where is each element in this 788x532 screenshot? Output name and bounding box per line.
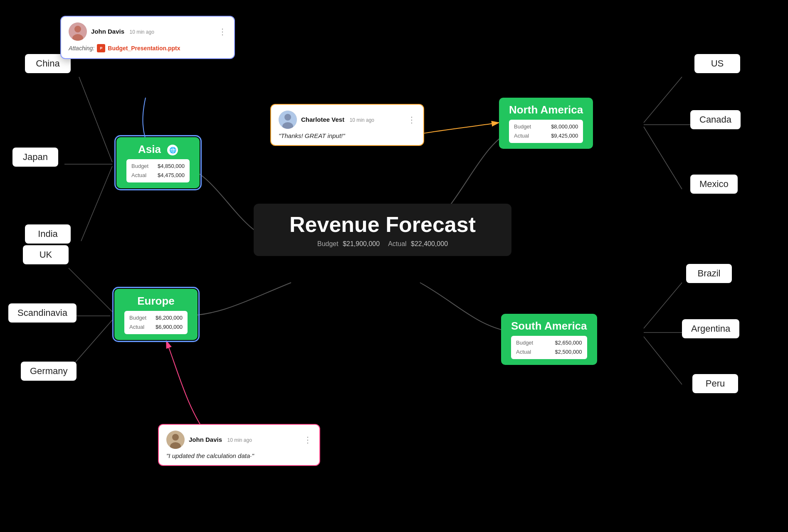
na-actual-label: Actual	[514, 131, 529, 140]
leaf-peru[interactable]: Peru	[692, 374, 738, 393]
charlotee-avatar	[279, 111, 297, 129]
svg-line-2	[81, 166, 112, 241]
leaf-india[interactable]: India	[25, 224, 71, 244]
north-america-name: North America	[509, 103, 583, 116]
eu-actual-value: $6,900,000	[156, 323, 183, 332]
charlotee-header: Charlotee Vest 10 min ago ⋮	[279, 111, 416, 129]
charlotee-menu[interactable]: ⋮	[408, 115, 416, 125]
asia-actual-label: Actual	[131, 171, 146, 180]
sa-actual-label: Actual	[516, 347, 531, 357]
leaf-us[interactable]: US	[694, 54, 740, 73]
eu-budget-label: Budget	[129, 313, 146, 323]
sa-budget-label: Budget	[516, 338, 533, 347]
north-america-node[interactable]: North America Budget $8,000,000 Actual $…	[499, 98, 593, 149]
john-top-attaching: Attaching: P Budget_Presentation.pptx	[69, 44, 227, 52]
svg-line-0	[79, 77, 112, 162]
center-title: Revenue Forecast	[274, 212, 491, 237]
leaf-germany[interactable]: Germany	[21, 362, 77, 381]
leaf-mexico[interactable]: Mexico	[690, 175, 738, 194]
center-actual-value: $22,400,000	[411, 240, 448, 247]
john-top-meta: John Davis 10 min ago	[91, 28, 214, 35]
south-america-name: South America	[511, 320, 587, 332]
comment-john-bottom: John Davis 10 min ago ⋮ "I updated the c…	[158, 424, 320, 466]
john-bottom-menu[interactable]: ⋮	[304, 435, 312, 445]
na-actual-value: $9,425,000	[551, 131, 578, 140]
sa-actual-value: $2,500,000	[555, 347, 582, 357]
leaf-uk[interactable]: UK	[23, 245, 69, 264]
europe-name: Europe	[124, 295, 188, 308]
svg-point-19	[284, 114, 291, 121]
comment-john-top-header: John Davis 10 min ago ⋮	[69, 22, 227, 41]
asia-name: Asia 🌐	[126, 143, 190, 156]
asia-node[interactable]: Asia 🌐 Budget $4,850,000 Actual $4,475,0…	[116, 137, 200, 188]
john-bottom-name: John Davis	[189, 436, 222, 443]
leaf-brazil[interactable]: Brazil	[686, 264, 732, 283]
europe-node[interactable]: Europe Budget $6,200,000 Actual $6,900,0…	[114, 289, 198, 340]
leaf-scandinavia[interactable]: Scandinavia	[8, 303, 77, 323]
john-top-menu[interactable]: ⋮	[218, 27, 227, 37]
asia-budget-value: $4,850,000	[158, 162, 185, 171]
john-top-filename: Budget_Presentation.pptx	[108, 45, 180, 52]
leaf-canada[interactable]: Canada	[690, 110, 741, 129]
center-budget-label: Budget	[317, 240, 338, 247]
svg-point-16	[74, 26, 81, 32]
charlotee-name: Charlotee Vest	[301, 116, 344, 123]
svg-point-22	[172, 434, 179, 441]
eu-budget-value: $6,200,000	[156, 313, 183, 323]
leaf-japan[interactable]: Japan	[12, 148, 58, 167]
asia-icon: 🌐	[167, 145, 178, 155]
john-bottom-text: "I updated the calculation data·"	[166, 452, 312, 459]
john-top-time: 10 min ago	[129, 29, 154, 35]
svg-line-11	[644, 337, 682, 384]
john-top-avatar	[69, 22, 87, 41]
charlotee-text: "Thanks! GREAT input!"	[279, 132, 416, 139]
pptx-icon: P	[97, 44, 105, 52]
center-actual-label: Actual	[388, 240, 406, 247]
eu-actual-label: Actual	[129, 323, 144, 332]
svg-line-9	[644, 283, 682, 328]
south-america-node[interactable]: South America Budget $2,650,000 Actual $…	[501, 314, 597, 365]
leaf-argentina[interactable]: Argentina	[682, 319, 739, 338]
comment-john-top: John Davis 10 min ago ⋮ Attaching: P Bud…	[60, 16, 235, 59]
na-budget-label: Budget	[514, 122, 531, 131]
asia-budget-label: Budget	[131, 162, 148, 171]
comment-charlotee: Charlotee Vest 10 min ago ⋮ "Thanks! GRE…	[270, 104, 424, 146]
charlotee-meta: Charlotee Vest 10 min ago	[301, 116, 403, 123]
john-bottom-avatar	[166, 431, 185, 449]
john-bottom-time: 10 min ago	[227, 437, 252, 443]
charlotee-time: 10 min ago	[350, 117, 374, 123]
asia-actual-value: $4,475,000	[158, 171, 185, 180]
center-budget-value: $21,900,000	[343, 240, 380, 247]
na-budget-value: $8,000,000	[551, 122, 578, 131]
john-top-name: John Davis	[91, 28, 124, 35]
svg-line-3	[644, 77, 682, 123]
center-node: Revenue Forecast Budget $21,900,000 Actu…	[254, 204, 511, 256]
john-bottom-meta: John Davis 10 min ago	[189, 436, 299, 443]
svg-line-5	[644, 127, 682, 189]
john-bottom-header: John Davis 10 min ago ⋮	[166, 431, 312, 449]
sa-budget-value: $2,650,000	[555, 338, 582, 347]
